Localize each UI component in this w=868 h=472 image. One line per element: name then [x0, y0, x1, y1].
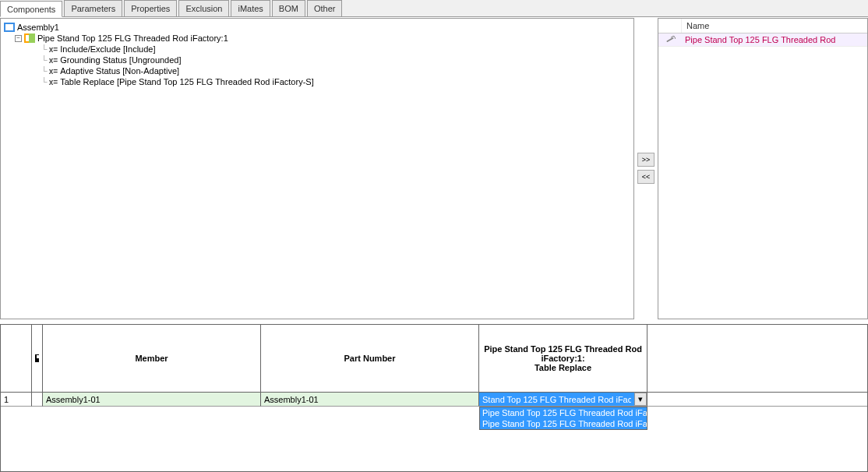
param-icon: x=: [49, 67, 58, 76]
tab-properties[interactable]: Properties: [124, 0, 177, 16]
wrench-icon: [665, 35, 675, 44]
name-header-label: Name: [682, 19, 714, 33]
tree-root-assembly[interactable]: Assembly1: [4, 22, 630, 33]
cell-tablereplace[interactable]: ▾ Pipe Stand Top 125 FLG Threaded Rod iF…: [479, 393, 647, 407]
name-panel: Name Pipe Stand Top 125 FLG Threaded Rod: [658, 18, 868, 319]
cell-partnumber[interactable]: Assembly1-01: [261, 393, 479, 407]
header-empty: [647, 325, 867, 392]
tab-other[interactable]: Other: [307, 0, 343, 16]
header-index: [1, 325, 32, 392]
param-icon: x=: [49, 56, 58, 65]
cell-index: 1: [1, 393, 32, 407]
name-row[interactable]: Pipe Stand Top 125 FLG Threaded Rod: [658, 33, 867, 47]
tree-param-label: Adaptive Status [Non-Adaptive]: [60, 66, 179, 76]
tree-root-label: Assembly1: [17, 23, 59, 32]
header-save[interactable]: [32, 325, 43, 392]
cell-member[interactable]: Assembly1-01: [43, 393, 261, 407]
tree-param-tablereplace[interactable]: └ x= Table Replace [Pipe Stand Top 125 F…: [4, 76, 630, 87]
save-icon: [35, 354, 39, 362]
transfer-buttons: >> <<: [634, 17, 658, 319]
combo-dropdown-list[interactable]: Pipe Stand Top 125 FLG Threaded Rod iFac…: [479, 407, 647, 430]
tree-param-label: Grounding Status [Ungrounded]: [60, 55, 181, 65]
tablereplace-combo-input[interactable]: [479, 393, 634, 406]
tab-parameters[interactable]: Parameters: [64, 0, 122, 16]
add-button[interactable]: >>: [637, 153, 655, 167]
tree-param-include[interactable]: └ x= Include/Exclude [Include]: [4, 44, 630, 55]
table-row[interactable]: 1 Assembly1-01 Assembly1-01 ▾ Pipe Stand…: [1, 393, 867, 407]
tree-param-label: Include/Exclude [Include]: [60, 44, 155, 54]
cell-save: [32, 393, 43, 407]
tab-exclusion[interactable]: Exclusion: [178, 0, 229, 16]
param-icon: x=: [49, 78, 58, 86]
part-icon: [24, 33, 35, 43]
component-tree[interactable]: Assembly1 − Pipe Stand Top 125 FLG Threa…: [0, 18, 634, 319]
dropdown-option[interactable]: Pipe Stand Top 125 FLG Threaded Rod iFac…: [480, 418, 647, 429]
tab-components[interactable]: Components: [0, 1, 62, 17]
name-header-spacer: [658, 19, 682, 33]
tab-imates[interactable]: iMates: [231, 0, 270, 16]
name-row-text: Pipe Stand Top 125 FLG Threaded Rod: [682, 33, 838, 46]
header-member[interactable]: Member: [43, 325, 261, 392]
remove-button[interactable]: <<: [637, 170, 655, 184]
tab-bar: Components Parameters Properties Exclusi…: [0, 0, 868, 17]
assembly-icon: [4, 23, 15, 32]
tab-bom[interactable]: BOM: [272, 0, 305, 16]
header-partnumber[interactable]: Part Number: [261, 325, 479, 392]
param-icon: x=: [49, 45, 58, 54]
tree-child-part[interactable]: − Pipe Stand Top 125 FLG Threaded Rod iF…: [4, 33, 630, 44]
collapse-icon[interactable]: −: [15, 35, 22, 42]
members-table: Member Part Number Pipe Stand Top 125 FL…: [0, 324, 868, 472]
chevron-down-icon: ▾: [638, 394, 643, 404]
combo-dropdown-button[interactable]: ▾: [634, 393, 647, 406]
tree-param-adaptive[interactable]: └ x= Adaptive Status [Non-Adaptive]: [4, 65, 630, 76]
tree-param-label: Table Replace [Pipe Stand Top 125 FLG Th…: [60, 77, 314, 86]
dropdown-option[interactable]: Pipe Stand Top 125 FLG Threaded Rod iFac…: [480, 407, 647, 418]
cell-empty: [647, 393, 867, 407]
header-tablereplace[interactable]: Pipe Stand Top 125 FLG Threaded Rod iFac…: [479, 325, 647, 392]
tree-child-label: Pipe Stand Top 125 FLG Threaded Rod iFac…: [37, 33, 228, 43]
tree-param-grounding[interactable]: └ x= Grounding Status [Ungrounded]: [4, 55, 630, 65]
